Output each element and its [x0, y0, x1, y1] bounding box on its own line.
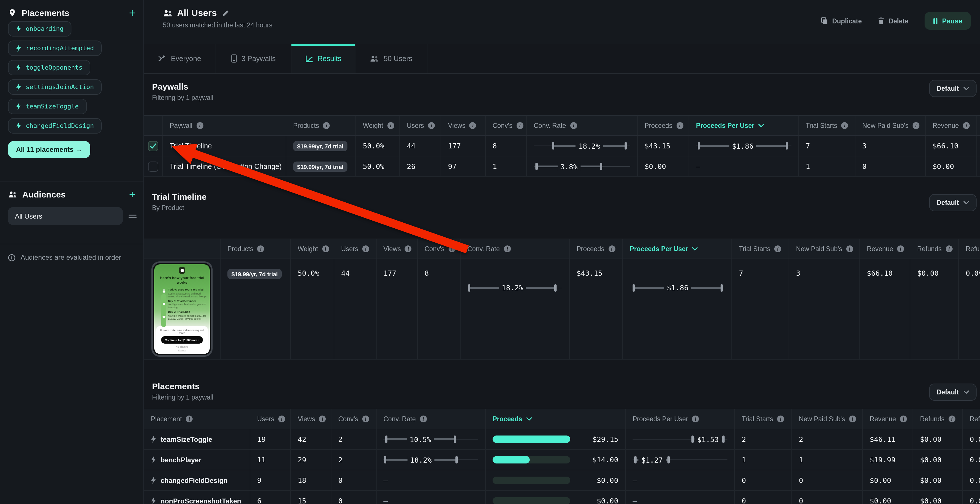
preview-restore-link[interactable]: Restore	[158, 349, 206, 352]
range-handle[interactable]	[600, 163, 603, 170]
column-header-weight[interactable]: Weighti	[356, 116, 400, 135]
audience-item-all-users[interactable]: All Users	[8, 207, 123, 225]
range-handle[interactable]	[667, 456, 670, 463]
pause-button[interactable]: Pause	[924, 12, 971, 30]
column-header-revenue[interactable]: Revenuei	[926, 116, 977, 135]
column-header-trial-starts[interactable]: Trial Startsi	[799, 116, 856, 135]
row-checkbox[interactable]	[148, 141, 158, 151]
column-header-views[interactable]: Viewsi	[441, 116, 486, 135]
range-handle[interactable]	[632, 284, 635, 292]
column-header-trial-starts[interactable]: Trial Startsi	[735, 409, 792, 429]
table-row[interactable]: nonProScreenshotTaken6150–$0.00–00$0.00$…	[144, 491, 980, 504]
all-placements-button[interactable]: All 11 placements →	[8, 141, 90, 158]
info-icon[interactable]: i	[897, 246, 904, 252]
column-header-products[interactable]: Productsi	[286, 116, 356, 135]
info-icon[interactable]: i	[428, 122, 435, 129]
delete-button[interactable]: Delete	[878, 17, 908, 25]
info-icon[interactable]: i	[913, 122, 920, 129]
column-header-conv-s[interactable]: Conv'si	[418, 239, 461, 258]
range-handle[interactable]	[624, 142, 627, 149]
info-icon[interactable]: i	[186, 415, 193, 422]
placement-tag-changedFieldDesign[interactable]: changedFieldDesign	[8, 118, 102, 133]
column-header-conv-rate[interactable]: Conv. Ratei	[377, 409, 486, 429]
column-header-refund-rate[interactable]: Refund Ratei	[963, 409, 980, 429]
info-icon[interactable]: i	[900, 415, 907, 422]
info-icon[interactable]: i	[322, 246, 329, 252]
table-row[interactable]: benchPlayer1129218.2%$14.00$1.2711$19.99…	[144, 450, 980, 470]
table-row[interactable]: Trial Timeline (CTA Button Change)$19.99…	[144, 156, 980, 177]
tab-results[interactable]: Results	[291, 44, 355, 73]
drag-handle-icon[interactable]	[129, 214, 137, 218]
info-icon[interactable]: i	[946, 246, 953, 252]
table-row[interactable]: changedFieldDesign9180–$0.00–00$0.00$0.0…	[144, 470, 980, 491]
column-header-paywall[interactable]: Paywalli	[163, 116, 286, 135]
range-handle[interactable]	[384, 456, 387, 463]
preview-cta-button[interactable]: Continue for $1.66/month	[161, 336, 203, 344]
info-icon[interactable]: i	[362, 415, 369, 422]
placement-tag-recordingAttempted[interactable]: recordingAttempted	[8, 41, 102, 56]
info-icon[interactable]: i	[608, 246, 615, 252]
info-icon[interactable]: i	[517, 122, 523, 129]
range-handle[interactable]	[385, 436, 387, 443]
range-handle[interactable]	[691, 436, 694, 443]
info-icon[interactable]: i	[469, 122, 476, 129]
range-handle[interactable]	[453, 436, 456, 443]
placement-tag-settingsJoinAction[interactable]: settingsJoinAction	[8, 79, 102, 95]
column-header-trial-starts[interactable]: Trial Startsi	[732, 239, 789, 258]
info-icon[interactable]: i	[774, 246, 781, 252]
range-handle[interactable]	[552, 142, 554, 149]
column-header-conv-rate[interactable]: Conv. Ratei	[527, 116, 638, 135]
info-icon[interactable]: i	[504, 246, 511, 252]
info-icon[interactable]: i	[278, 415, 285, 422]
column-header-proceeds-per-user[interactable]: Proceeds Per User	[689, 116, 799, 135]
info-icon[interactable]: i	[387, 122, 394, 129]
column-header-weight[interactable]: Weighti	[291, 239, 334, 258]
paywalls-default-dropdown[interactable]: Default	[929, 80, 977, 97]
info-icon[interactable]: i	[449, 246, 455, 252]
table-row[interactable]: teamSizeToggle1942210.5%$29.15$1.5322$46…	[144, 429, 980, 450]
info-icon[interactable]: i	[963, 122, 970, 129]
table-row[interactable]: $19.99/yr, 7d trial50.0%44177818.2%$43.1…	[144, 259, 980, 360]
tab-50-users[interactable]: 50 Users	[355, 44, 428, 73]
column-header-views[interactable]: Viewsi	[377, 239, 418, 258]
add-audience-button[interactable]: +	[129, 190, 135, 199]
info-icon[interactable]: i	[846, 246, 853, 252]
range-handle[interactable]	[555, 284, 557, 292]
column-header-refunds[interactable]: Refundsi	[910, 239, 959, 258]
column-header-proceeds-per-user[interactable]: Proceeds Per User	[623, 239, 732, 258]
column-header-revenue[interactable]: Revenuei	[863, 409, 913, 429]
info-icon[interactable]: i	[948, 415, 955, 422]
column-header-users[interactable]: Usersi	[334, 239, 377, 258]
info-icon[interactable]: i	[849, 415, 856, 422]
range-handle[interactable]	[535, 163, 538, 170]
info-icon[interactable]: i	[676, 122, 683, 129]
paywall-preview-thumbnail[interactable]: Here's how your free trial works Today: …	[151, 262, 213, 357]
column-header-products[interactable]: Productsi	[221, 239, 291, 258]
tab-3-paywalls[interactable]: 3 Paywalls	[215, 44, 291, 73]
column-header-new-paid-sub-s[interactable]: New Paid Sub'si	[856, 116, 926, 135]
info-icon[interactable]: i	[362, 246, 369, 252]
edit-pencil-icon[interactable]	[223, 10, 229, 17]
row-checkbox[interactable]	[148, 161, 158, 171]
info-icon[interactable]: i	[841, 122, 848, 129]
column-header-users[interactable]: Usersi	[250, 409, 291, 429]
range-handle[interactable]	[455, 456, 458, 463]
info-icon[interactable]: i	[405, 246, 412, 252]
info-icon[interactable]: i	[196, 122, 203, 129]
range-handle[interactable]	[721, 284, 723, 292]
range-handle[interactable]	[722, 436, 725, 443]
table-row[interactable]: Trial Timeline$19.99/yr, 7d trial50.0%44…	[144, 136, 980, 156]
duplicate-button[interactable]: Duplicate	[821, 17, 862, 25]
column-header-new-paid-sub-s[interactable]: New Paid Sub'si	[792, 409, 863, 429]
info-icon[interactable]: i	[777, 415, 784, 422]
info-icon[interactable]: i	[319, 415, 326, 422]
range-handle[interactable]	[634, 456, 636, 463]
preview-decline-button[interactable]: No Thanks	[158, 346, 206, 348]
placement-tag-onboarding[interactable]: onboarding	[8, 21, 72, 36]
column-header-revenue[interactable]: Revenuei	[860, 239, 910, 258]
column-header-users[interactable]: Usersi	[400, 116, 441, 135]
column-header-new-paid-sub-s[interactable]: New Paid Sub'si	[789, 239, 860, 258]
column-header-refunds[interactable]: Refundsi	[913, 409, 963, 429]
column-header-proceeds[interactable]: Proceedsi	[570, 239, 623, 258]
info-icon[interactable]: i	[323, 122, 330, 129]
